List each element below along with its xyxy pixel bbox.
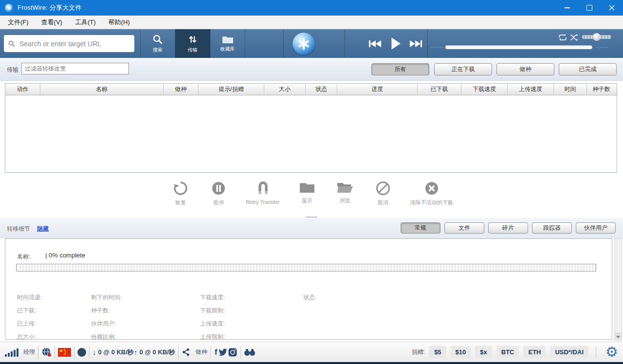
column-header-seeds[interactable]: 种子数: [587, 84, 616, 95]
transfer-details-header: 转移细节 隐藏 常规 文件 碎片 跟踪器 伙伴用户: [0, 218, 623, 238]
statusbar: 经理 ★★★★★ ↓ 0 @ 0 KB/秒 ↑ 0 @ 0 KB/秒 做种 f: [0, 342, 623, 362]
download-arrow-icon: ↓: [92, 348, 96, 356]
seeding-status[interactable]: 做种: [182, 347, 207, 357]
filter-seeding-button[interactable]: 做种: [496, 63, 554, 75]
tab-search[interactable]: 搜索: [140, 29, 175, 58]
next-icon: [409, 39, 422, 48]
menu-tools[interactable]: 工具(T): [70, 18, 101, 27]
donate-10-button[interactable]: $10: [451, 346, 471, 358]
clear-inactive-button[interactable]: 清除不活动的下载: [410, 181, 453, 206]
column-header-up-speed[interactable]: 上传速度: [508, 84, 554, 95]
pause-icon: [211, 181, 226, 196]
shuffle-button[interactable]: [569, 34, 579, 41]
column-header-name[interactable]: 名称: [40, 84, 164, 95]
transfers-table-body[interactable]: [5, 95, 617, 173]
column-header-tips[interactable]: 提示/捐赠: [199, 84, 264, 95]
splitter-handle[interactable]: [306, 217, 317, 218]
column-header-seeding[interactable]: 做种: [164, 84, 199, 95]
details-tab-files[interactable]: 文件: [444, 222, 484, 234]
field-empty: [303, 320, 316, 328]
donate-5-button[interactable]: $5: [429, 346, 446, 358]
field-time-elapsed: 时间流逝:: [17, 293, 91, 302]
retry-transfer-button[interactable]: Retry Transfer: [246, 181, 280, 205]
scroll-down-button[interactable]: [615, 333, 622, 340]
details-tab-peers[interactable]: 伙伴用户: [576, 222, 616, 234]
upload-speed-indicator: ↑ 0 @ 0 KB/秒: [134, 348, 175, 357]
cancel-icon: [375, 181, 391, 196]
next-track-button[interactable]: [409, 39, 422, 48]
search-tab-icon: [152, 34, 163, 45]
menu-view[interactable]: 查看(V): [37, 18, 67, 27]
details-tab-pieces[interactable]: 碎片: [488, 222, 528, 234]
binoculars-icon[interactable]: [244, 348, 256, 357]
donate-eth-button[interactable]: ETH: [523, 346, 546, 358]
play-icon: [390, 37, 401, 50]
folder-icon: [299, 181, 315, 194]
seek-bar[interactable]: [445, 45, 592, 49]
close-button[interactable]: [601, 0, 623, 16]
instagram-icon[interactable]: [228, 347, 238, 357]
column-header-progress[interactable]: 进度: [337, 84, 418, 95]
field-seeds: 种子数:: [91, 307, 200, 315]
column-header-downloaded[interactable]: 已下载: [418, 84, 461, 95]
shuffle-icon: [569, 34, 579, 41]
browse-button[interactable]: 浏览: [334, 181, 356, 204]
facebook-icon[interactable]: f: [214, 347, 219, 357]
language-flag-icon[interactable]: ★★★★★: [58, 348, 71, 357]
maximize-icon: [586, 5, 592, 11]
search-input[interactable]: [18, 39, 130, 48]
tab-transfers[interactable]: 传输: [175, 29, 210, 58]
column-header-time[interactable]: 时间: [554, 84, 587, 95]
twitter-icon[interactable]: [218, 348, 228, 357]
previous-track-button[interactable]: [368, 39, 382, 48]
action-label: 显示: [302, 197, 312, 204]
field-down-limit: 下载限制:: [200, 307, 303, 315]
show-button[interactable]: 显示: [296, 181, 318, 204]
field-time-left: 剩下的时间:: [91, 293, 200, 302]
folder-open-icon: [336, 181, 354, 194]
details-title: 转移细节: [7, 225, 30, 233]
tab-label: 收藏库: [220, 46, 235, 53]
filter-downloading-button[interactable]: 正在下载: [434, 63, 492, 75]
frostwire-logo-icon: [5, 4, 13, 12]
action-label: 取消: [378, 199, 388, 206]
maximize-button[interactable]: [578, 0, 601, 16]
gear-icon[interactable]: ⚙: [605, 345, 618, 359]
search-box: [4, 35, 134, 52]
menu-help[interactable]: 帮助(H): [104, 18, 135, 27]
pause-button[interactable]: 暂停: [208, 181, 229, 206]
filter-input[interactable]: [21, 63, 129, 74]
filter-all-button[interactable]: 所有: [371, 63, 429, 75]
details-tab-general[interactable]: 常规: [401, 222, 440, 234]
statusbar-divider: [240, 346, 241, 359]
detail-progress-bar: [16, 264, 596, 272]
menu-file[interactable]: 文件(F): [3, 18, 34, 27]
vpn-globe-icon[interactable]: [41, 347, 52, 357]
transfer-actions-row: 恢复 暂停 Retry Transfer 显示 浏览 取消 清除不活动的下载: [0, 173, 623, 218]
frostwire-sphere-logo: [293, 33, 315, 55]
volume-knob[interactable]: [593, 33, 601, 41]
donate-x-button[interactable]: $x: [475, 346, 492, 358]
window-title: FrostWire: 分享大文件: [18, 3, 82, 12]
field-status: 状态:: [303, 293, 316, 302]
tab-library[interactable]: 收藏库: [210, 29, 245, 58]
donate-btc-button[interactable]: BTC: [496, 346, 519, 358]
resume-button[interactable]: 恢复: [170, 181, 191, 206]
cancel-button[interactable]: 取消: [372, 181, 394, 206]
column-header-size[interactable]: 大小: [264, 84, 306, 95]
play-button[interactable]: [390, 37, 401, 50]
column-header-down-speed[interactable]: 下载速度: [461, 84, 508, 95]
details-tab-trackers[interactable]: 跟踪器: [532, 222, 572, 234]
minimize-icon: [565, 7, 570, 8]
hide-details-link[interactable]: 隐藏: [37, 225, 49, 233]
column-header-actions[interactable]: 动作: [5, 84, 40, 95]
minimize-button[interactable]: [556, 0, 578, 16]
magnet-icon: [255, 181, 271, 196]
repeat-button[interactable]: [558, 34, 568, 41]
record-icon[interactable]: [77, 348, 86, 357]
column-header-status[interactable]: 状态: [306, 84, 337, 95]
details-scrollbar[interactable]: [614, 238, 622, 341]
filter-finished-button[interactable]: 已完成: [559, 63, 617, 75]
donate-usd-dai-button[interactable]: USD*/DAI: [550, 346, 588, 358]
connection-strength-icon[interactable]: [5, 348, 18, 357]
